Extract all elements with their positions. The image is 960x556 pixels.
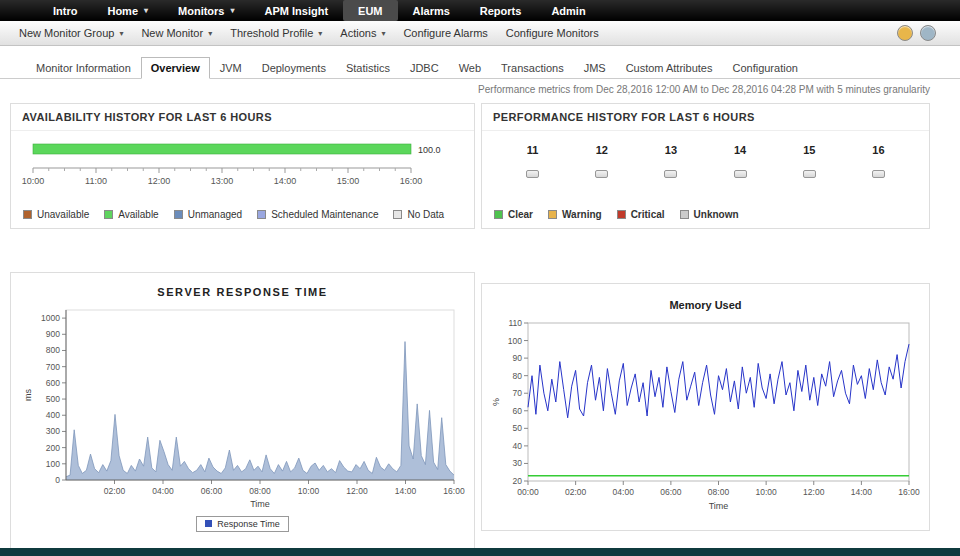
- svg-text:02:00: 02:00: [103, 486, 125, 496]
- memory-title: Memory Used: [482, 284, 929, 311]
- svg-text:12:00: 12:00: [346, 486, 368, 496]
- svg-text:400: 400: [45, 410, 59, 420]
- toolbar-item-threshold-profile[interactable]: Threshold Profile▾: [221, 27, 331, 39]
- svg-text:Time: Time: [709, 501, 729, 511]
- legend-label: No Data: [407, 209, 444, 220]
- hour-status-box[interactable]: [734, 170, 747, 178]
- response-time-legend-wrap: Response Time: [11, 513, 474, 532]
- legend-label: Unmanaged: [188, 209, 242, 220]
- tab-transactions[interactable]: Transactions: [491, 57, 574, 78]
- toolbar-item-new-monitor[interactable]: New Monitor▾: [132, 27, 221, 39]
- nav-item-admin[interactable]: Admin: [536, 0, 600, 21]
- hour-label: 14: [734, 144, 746, 156]
- footer-bar: [0, 548, 960, 556]
- availability-panel: AVAILABILITY HISTORY FOR LAST 6 HOURS 10…: [10, 103, 475, 229]
- hour-status-box[interactable]: [664, 170, 677, 178]
- performance-panel-title: PERFORMANCE HISTORY FOR LAST 6 HOURS: [482, 104, 929, 131]
- svg-text:15:00: 15:00: [337, 176, 360, 186]
- legend-swatch-icon: [617, 210, 626, 219]
- svg-text:14:00: 14:00: [394, 486, 416, 496]
- hour-status-box[interactable]: [872, 170, 885, 178]
- legend-item-unknown: Unknown: [680, 209, 739, 220]
- nav-item-monitors[interactable]: Monitors▾: [163, 0, 249, 21]
- hour-label: 16: [872, 144, 884, 156]
- nav-item-eum[interactable]: EUM: [343, 0, 397, 21]
- legend-label: Available: [118, 209, 158, 220]
- nav-item-alarms[interactable]: Alarms: [398, 0, 465, 21]
- svg-text:800: 800: [45, 345, 59, 355]
- svg-text:100.0: 100.0: [418, 145, 441, 155]
- feedback-icon[interactable]: [897, 25, 913, 41]
- hour-label: 12: [596, 144, 608, 156]
- legend-item-scheduled-maintenance: Scheduled Maintenance: [257, 209, 378, 220]
- chevron-down-icon: ▾: [208, 29, 212, 38]
- availability-panel-title: AVAILABILITY HISTORY FOR LAST 6 HOURS: [11, 104, 474, 131]
- response-time-marker-icon: [205, 520, 212, 527]
- top-nav: IntroHome▾Monitors▾APM InsightEUMAlarmsR…: [0, 0, 960, 21]
- svg-text:06:00: 06:00: [660, 487, 682, 497]
- toolbar-item-new-monitor-group[interactable]: New Monitor Group▾: [10, 27, 132, 39]
- tab-monitor-information[interactable]: Monitor Information: [26, 57, 141, 78]
- metrics-note: Performance metrics from Dec 28,2016 12:…: [478, 84, 930, 95]
- svg-text:10:00: 10:00: [22, 176, 45, 186]
- tab-configuration[interactable]: Configuration: [722, 57, 807, 78]
- svg-text:200: 200: [45, 443, 59, 453]
- nav-item-reports[interactable]: Reports: [465, 0, 537, 21]
- tab-web[interactable]: Web: [449, 57, 491, 78]
- availability-legend: UnavailableAvailableUnmanagedScheduled M…: [23, 209, 444, 220]
- toolbar-items: New Monitor Group▾New Monitor▾Threshold …: [10, 27, 608, 39]
- tab-custom-attributes[interactable]: Custom Attributes: [616, 57, 723, 78]
- nav-item-intro[interactable]: Intro: [38, 0, 92, 21]
- svg-text:14:00: 14:00: [851, 487, 873, 497]
- svg-text:04:00: 04:00: [613, 487, 635, 497]
- svg-text:06:00: 06:00: [200, 486, 222, 496]
- svg-text:ms: ms: [23, 389, 33, 401]
- svg-text:0: 0: [55, 475, 60, 485]
- legend-swatch-icon: [23, 210, 32, 219]
- toolbar-item-configure-monitors[interactable]: Configure Monitors: [497, 27, 608, 39]
- chevron-down-icon: ▾: [144, 6, 148, 15]
- tab-statistics[interactable]: Statistics: [336, 57, 400, 78]
- availability-chart: 100.010:0011:0012:0013:0014:0015:0016:00: [19, 139, 464, 191]
- toolbar-item-label: Configure Alarms: [403, 27, 487, 39]
- tab-overview[interactable]: Overview: [141, 57, 210, 79]
- hour-status-box[interactable]: [595, 170, 608, 178]
- svg-text:100: 100: [508, 336, 522, 346]
- toolbar: New Monitor Group▾New Monitor▾Threshold …: [0, 21, 960, 46]
- toolbar-icons: [897, 25, 950, 41]
- svg-text:02:00: 02:00: [565, 487, 587, 497]
- tab-jms[interactable]: JMS: [574, 57, 616, 78]
- chevron-down-icon: ▾: [381, 29, 385, 38]
- legend-item-unmanaged: Unmanaged: [174, 209, 242, 220]
- tab-jdbc[interactable]: JDBC: [400, 57, 449, 78]
- svg-text:50: 50: [513, 423, 523, 433]
- svg-text:08:00: 08:00: [708, 487, 730, 497]
- hour-status-box[interactable]: [803, 170, 816, 178]
- legend-swatch-icon: [104, 210, 113, 219]
- legend-swatch-icon: [257, 210, 266, 219]
- svg-text:13:00: 13:00: [211, 176, 234, 186]
- tab-deployments[interactable]: Deployments: [252, 57, 336, 78]
- nav-item-apm-insight[interactable]: APM Insight: [250, 0, 344, 21]
- support-icon[interactable]: [920, 25, 936, 41]
- performance-hour-column: 14: [706, 144, 775, 178]
- legend-item-no-data: No Data: [393, 209, 444, 220]
- svg-text:10:00: 10:00: [297, 486, 319, 496]
- server-response-panel: SERVER RESPONSE TIME 0100200300400500600…: [10, 272, 475, 556]
- svg-text:40: 40: [513, 441, 523, 451]
- toolbar-item-label: New Monitor: [141, 27, 203, 39]
- legend-item-critical: Critical: [617, 209, 665, 220]
- svg-text:12:00: 12:00: [148, 176, 171, 186]
- nav-item-home[interactable]: Home▾: [92, 0, 163, 21]
- response-time-legend-label: Response Time: [217, 519, 280, 529]
- tab-bar: Monitor InformationOverviewJVMDeployment…: [0, 57, 960, 79]
- legend-item-available: Available: [104, 209, 158, 220]
- performance-panel: PERFORMANCE HISTORY FOR LAST 6 HOURS 111…: [481, 103, 930, 229]
- hour-status-box[interactable]: [526, 170, 539, 178]
- tab-jvm[interactable]: JVM: [210, 57, 252, 78]
- toolbar-item-configure-alarms[interactable]: Configure Alarms: [394, 27, 496, 39]
- legend-swatch-icon: [494, 210, 503, 219]
- toolbar-item-actions[interactable]: Actions▾: [331, 27, 394, 39]
- legend-label: Warning: [562, 209, 602, 220]
- legend-swatch-icon: [680, 210, 689, 219]
